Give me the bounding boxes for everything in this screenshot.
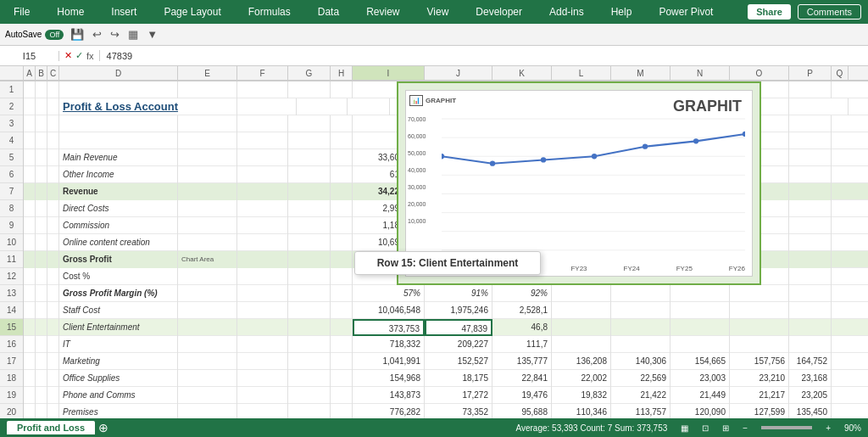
cell-reference[interactable]: I15 bbox=[0, 51, 59, 61]
share-button[interactable]: Share bbox=[748, 4, 791, 20]
view-normal-icon[interactable]: ▦ bbox=[681, 423, 688, 433]
col-header-k[interactable]: K bbox=[492, 66, 552, 80]
cell-premises-fy20[interactable]: 73,352 bbox=[425, 404, 492, 418]
col-header-q[interactable]: Q bbox=[832, 66, 849, 80]
cell-client-ent-total[interactable]: 373,753 bbox=[353, 319, 425, 336]
cell-phone-label[interactable]: Phone and Comms bbox=[59, 387, 178, 404]
cell-gpm-fy21[interactable]: 92% bbox=[492, 285, 552, 302]
more-icon[interactable]: ▼ bbox=[145, 28, 159, 41]
row-num-8[interactable]: 8 bbox=[0, 200, 23, 217]
formula-input[interactable]: 47839 bbox=[100, 51, 868, 61]
autosave-toggle[interactable]: Off bbox=[45, 30, 64, 40]
col-header-f[interactable]: F bbox=[237, 66, 288, 80]
cell-marketing-m[interactable]: 154,665 bbox=[670, 353, 730, 370]
ribbon-tab-help[interactable]: Help bbox=[604, 4, 639, 20]
zoom-slider[interactable] bbox=[761, 426, 812, 429]
cell-marketing-total[interactable]: 1,041,991 bbox=[353, 353, 425, 370]
comments-button[interactable]: Comments bbox=[798, 4, 861, 20]
cell-gpm-total[interactable]: 57% bbox=[353, 285, 425, 302]
cell-staff-cost-fy20[interactable]: 1,975,246 bbox=[425, 302, 492, 319]
save-icon[interactable]: 💾 bbox=[69, 28, 86, 41]
row-num-18[interactable]: 18 bbox=[0, 370, 23, 387]
cell-office-fy20[interactable]: 18,175 bbox=[425, 370, 492, 387]
col-header-b[interactable]: B bbox=[36, 66, 47, 80]
cell-marketing-o[interactable]: 164,752 bbox=[789, 353, 832, 370]
row-num-1[interactable]: 1 bbox=[0, 81, 23, 98]
cell-c1[interactable] bbox=[47, 81, 59, 98]
insert-function-icon[interactable]: fx bbox=[86, 51, 94, 61]
cell-h1[interactable] bbox=[331, 81, 353, 98]
cell-client-ent-fy20[interactable]: 47,839 bbox=[425, 319, 492, 336]
ribbon-tab-power-pivot[interactable]: Power Pivot bbox=[652, 4, 720, 20]
add-sheet-button[interactable]: ⊕ bbox=[98, 421, 108, 434]
col-header-o[interactable]: O bbox=[730, 66, 789, 80]
cell-staff-cost-label[interactable]: Staff Cost bbox=[59, 302, 178, 319]
sheet-tab[interactable]: Profit and Loss bbox=[7, 421, 95, 434]
row-num-17[interactable]: 17 bbox=[0, 353, 23, 370]
zoom-out-icon[interactable]: − bbox=[743, 423, 748, 433]
cell-office-label[interactable]: Office Supplies bbox=[59, 370, 178, 387]
print-preview-icon[interactable]: ▦ bbox=[126, 28, 140, 41]
cell-phone-fy21[interactable]: 19,476 bbox=[492, 387, 552, 404]
cell-main-revenue-label[interactable]: Main Revenue bbox=[59, 149, 178, 166]
cell-client-ent-fy21[interactable]: 46,8 bbox=[492, 319, 552, 336]
undo-icon[interactable]: ↩ bbox=[91, 28, 103, 41]
col-header-h[interactable]: H bbox=[331, 66, 353, 80]
cell-other-income-label[interactable]: Other Income bbox=[59, 166, 178, 183]
col-header-l[interactable]: L bbox=[552, 66, 611, 80]
cell-gross-profit-label[interactable]: Gross Profit bbox=[59, 251, 178, 268]
zoom-in-icon[interactable]: + bbox=[826, 423, 831, 433]
cell-premises-label[interactable]: Premises bbox=[59, 404, 178, 418]
row-num-9[interactable]: 9 bbox=[0, 217, 23, 234]
col-header-a[interactable]: A bbox=[24, 66, 36, 80]
row-num-16[interactable]: 16 bbox=[0, 336, 23, 353]
col-header-j[interactable]: J bbox=[425, 66, 492, 80]
row-num-5[interactable]: 5 bbox=[0, 149, 23, 166]
cell-online-content-label[interactable]: Online content creation bbox=[59, 234, 178, 251]
row-num-6[interactable]: 6 bbox=[0, 166, 23, 183]
cell-phone-fy20[interactable]: 17,272 bbox=[425, 387, 492, 404]
cell-g1[interactable] bbox=[288, 81, 331, 98]
row-num-12[interactable]: 12 bbox=[0, 268, 23, 285]
cell-marketing-k[interactable]: 136,208 bbox=[552, 353, 611, 370]
cell-marketing-label[interactable]: Marketing bbox=[59, 353, 178, 370]
cell-e1[interactable] bbox=[178, 81, 237, 98]
cell-office-fy21[interactable]: 22,841 bbox=[492, 370, 552, 387]
cell-revenue-label[interactable]: Revenue bbox=[59, 183, 178, 200]
redo-icon[interactable]: ↪ bbox=[108, 28, 121, 41]
cell-b1[interactable] bbox=[36, 81, 47, 98]
cell-marketing-n[interactable]: 157,756 bbox=[730, 353, 789, 370]
cell-it-total[interactable]: 718,332 bbox=[353, 336, 425, 353]
cell-direct-costs-label[interactable]: Direct Costs bbox=[59, 200, 178, 217]
col-header-c[interactable]: C bbox=[47, 66, 59, 80]
ribbon-tab-formulas[interactable]: Formulas bbox=[242, 4, 298, 20]
view-page-break-icon[interactable]: ⊞ bbox=[722, 423, 729, 433]
cell-office-total[interactable]: 154,968 bbox=[353, 370, 425, 387]
cancel-formula-icon[interactable]: ✕ bbox=[64, 50, 72, 61]
row-num-11[interactable]: 11 bbox=[0, 251, 23, 268]
cell-marketing-fy21[interactable]: 135,777 bbox=[492, 353, 552, 370]
ribbon-tab-developer[interactable]: Developer bbox=[469, 4, 529, 20]
cell-f1[interactable] bbox=[237, 81, 288, 98]
row-num-13[interactable]: 13 bbox=[0, 285, 23, 302]
cell-cost-pct-label[interactable]: Cost % bbox=[59, 268, 178, 285]
col-header-d[interactable]: D bbox=[59, 66, 178, 80]
row-num-14[interactable]: 14 bbox=[0, 302, 23, 319]
ribbon-tab-home[interactable]: Home bbox=[50, 4, 91, 20]
cell-it-fy20[interactable]: 209,227 bbox=[425, 336, 492, 353]
cell-premises-fy21[interactable]: 95,688 bbox=[492, 404, 552, 418]
cell-marketing-l[interactable]: 140,306 bbox=[611, 353, 670, 370]
cell-a1[interactable] bbox=[24, 81, 36, 98]
cell-premises-total[interactable]: 776,282 bbox=[353, 404, 425, 418]
row-num-20[interactable]: 20 bbox=[0, 404, 23, 418]
row-num-19[interactable]: 19 bbox=[0, 387, 23, 404]
cell-d1[interactable] bbox=[59, 81, 178, 98]
row-num-2[interactable]: 2 bbox=[0, 98, 23, 115]
cell-client-ent-label[interactable]: Client Entertainment bbox=[59, 319, 178, 336]
cell-p1[interactable] bbox=[789, 81, 832, 98]
cell-it-fy21[interactable]: 111,7 bbox=[492, 336, 552, 353]
confirm-formula-icon[interactable]: ✓ bbox=[75, 50, 83, 61]
cell-staff-cost-total[interactable]: 10,046,548 bbox=[353, 302, 425, 319]
cell-gpm-fy20[interactable]: 91% bbox=[425, 285, 492, 302]
col-header-n[interactable]: N bbox=[670, 66, 730, 80]
